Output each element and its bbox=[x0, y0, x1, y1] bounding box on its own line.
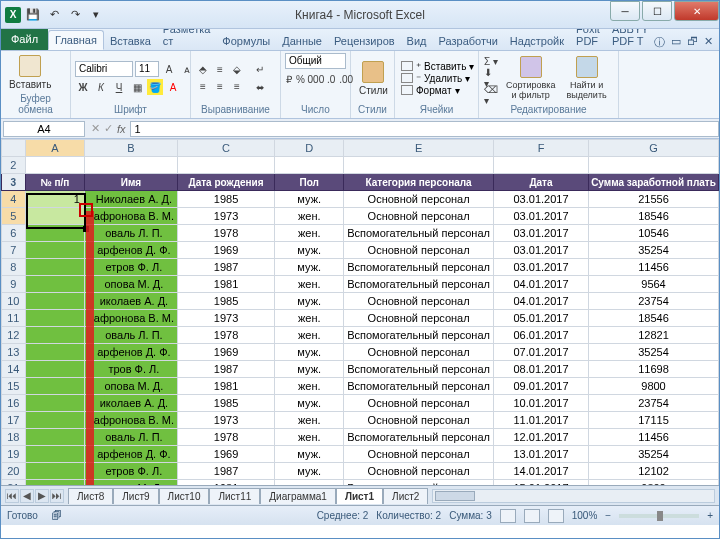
tab-home[interactable]: Главная bbox=[48, 30, 104, 50]
formula-input[interactable]: 1 bbox=[130, 121, 719, 137]
tab-file[interactable]: Файл bbox=[1, 28, 48, 50]
cell[interactable] bbox=[25, 480, 84, 486]
cell[interactable]: 35254 bbox=[589, 344, 719, 361]
cell[interactable] bbox=[25, 412, 84, 429]
underline-button[interactable]: Ч bbox=[111, 79, 127, 95]
cell[interactable]: етров Ф. Л. bbox=[84, 259, 177, 276]
sheet-tab[interactable]: Лист1 bbox=[336, 488, 383, 504]
cell[interactable]: 9564 bbox=[589, 276, 719, 293]
styles-button[interactable]: Стили bbox=[355, 59, 392, 98]
row-header[interactable]: 17 bbox=[2, 412, 26, 429]
cell[interactable]: жен. bbox=[275, 208, 344, 225]
table-header[interactable]: Пол bbox=[275, 174, 344, 191]
cell[interactable]: 18546 bbox=[589, 208, 719, 225]
qat-redo[interactable]: ↷ bbox=[66, 6, 84, 24]
comma-button[interactable]: 000 bbox=[308, 71, 324, 87]
cell[interactable]: 1973 bbox=[177, 310, 274, 327]
cell[interactable]: 11456 bbox=[589, 429, 719, 446]
align-center[interactable]: ≡ bbox=[212, 79, 228, 95]
sheet-tab[interactable]: Лист2 bbox=[383, 488, 428, 504]
tab-insert[interactable]: Вставка bbox=[104, 32, 157, 50]
tab-view[interactable]: Вид bbox=[401, 32, 433, 50]
row-header[interactable]: 15 bbox=[2, 378, 26, 395]
cell[interactable] bbox=[25, 242, 84, 259]
cell[interactable]: 1 bbox=[25, 191, 84, 208]
border-button[interactable]: ▦ bbox=[129, 79, 145, 95]
row-header[interactable]: 16 bbox=[2, 395, 26, 412]
cell[interactable]: Вспомогательный персонал bbox=[344, 429, 494, 446]
cell[interactable]: 9800 bbox=[589, 378, 719, 395]
cell[interactable]: 13.01.2017 bbox=[494, 446, 589, 463]
restore-wb-icon[interactable]: 🗗 bbox=[687, 35, 698, 50]
percent-button[interactable]: % bbox=[295, 71, 306, 87]
italic-button[interactable]: К bbox=[93, 79, 109, 95]
sheet-tab[interactable]: Лист10 bbox=[159, 488, 210, 504]
cell[interactable]: жен. bbox=[275, 276, 344, 293]
close-button[interactable]: ✕ bbox=[674, 1, 719, 21]
cell[interactable]: Вспомогательный персонал bbox=[344, 327, 494, 344]
align-right[interactable]: ≡ bbox=[229, 79, 245, 95]
tab-review[interactable]: Рецензиров bbox=[328, 32, 401, 50]
format-cells[interactable]: Формат ▾ bbox=[399, 85, 476, 96]
cell[interactable]: Основной персонал bbox=[344, 310, 494, 327]
inc-dec[interactable]: .0 bbox=[326, 71, 336, 87]
cell[interactable]: 9800 bbox=[589, 480, 719, 486]
tab-addins[interactable]: Надстройк bbox=[504, 32, 570, 50]
delete-cells[interactable]: ⁻ Удалить ▾ bbox=[399, 73, 476, 84]
cell[interactable]: етров Ф. Л. bbox=[84, 463, 177, 480]
cell[interactable] bbox=[25, 310, 84, 327]
cell[interactable] bbox=[25, 208, 84, 225]
cell[interactable]: 1978 bbox=[177, 327, 274, 344]
fill-color-button[interactable]: 🪣 bbox=[147, 79, 163, 95]
cell[interactable]: жен. bbox=[275, 480, 344, 486]
cell[interactable]: иколаев А. Д. bbox=[84, 395, 177, 412]
cell[interactable]: 03.01.2017 bbox=[494, 191, 589, 208]
zoom-level[interactable]: 100% bbox=[572, 510, 598, 521]
row-header[interactable]: 18 bbox=[2, 429, 26, 446]
worksheet[interactable]: A B C D E F G 2 3 № п/п Имя Дата рождени… bbox=[1, 139, 719, 485]
cell[interactable]: иколаев А. Д. bbox=[84, 293, 177, 310]
cell[interactable]: 11456 bbox=[589, 259, 719, 276]
qat-save[interactable]: 💾 bbox=[24, 6, 42, 24]
cell[interactable]: Основной персонал bbox=[344, 208, 494, 225]
cell[interactable] bbox=[25, 395, 84, 412]
align-bot[interactable]: ⬙ bbox=[229, 62, 245, 78]
col-header-e[interactable]: E bbox=[344, 140, 494, 157]
cell[interactable]: опова М. Д. bbox=[84, 480, 177, 486]
col-header-c[interactable]: C bbox=[177, 140, 274, 157]
cell[interactable]: 1969 bbox=[177, 242, 274, 259]
cell[interactable]: 1981 bbox=[177, 480, 274, 486]
cell[interactable]: 18546 bbox=[589, 310, 719, 327]
table-header[interactable]: № п/п bbox=[25, 174, 84, 191]
clear-button[interactable]: ⌫ ▾ bbox=[483, 87, 499, 103]
cell[interactable]: 35254 bbox=[589, 446, 719, 463]
cell[interactable]: 07.01.2017 bbox=[494, 344, 589, 361]
cell[interactable]: 1985 bbox=[177, 395, 274, 412]
font-color-button[interactable]: A bbox=[165, 79, 181, 95]
cell[interactable]: 08.01.2017 bbox=[494, 361, 589, 378]
cell[interactable]: муж. bbox=[275, 191, 344, 208]
cell[interactable]: 15.01.2017 bbox=[494, 480, 589, 486]
cell[interactable]: 05.01.2017 bbox=[494, 310, 589, 327]
grow-font[interactable]: A bbox=[161, 61, 177, 77]
tab-formulas[interactable]: Формулы bbox=[216, 32, 276, 50]
cell[interactable]: 03.01.2017 bbox=[494, 225, 589, 242]
name-box[interactable]: A4 bbox=[3, 121, 85, 137]
bold-button[interactable]: Ж bbox=[75, 79, 91, 95]
row-header[interactable]: 3 bbox=[2, 174, 26, 191]
cell[interactable]: опова М. Д. bbox=[84, 378, 177, 395]
cell[interactable]: 17115 bbox=[589, 412, 719, 429]
cell[interactable]: 1969 bbox=[177, 344, 274, 361]
row-header[interactable]: 20 bbox=[2, 463, 26, 480]
cell[interactable]: оваль Л. П. bbox=[84, 327, 177, 344]
cell[interactable]: тров Ф. Л. bbox=[84, 361, 177, 378]
cell[interactable]: 1978 bbox=[177, 429, 274, 446]
cell[interactable]: 1969 bbox=[177, 446, 274, 463]
cell[interactable]: Вспомогательный персонал bbox=[344, 276, 494, 293]
sheet-tab[interactable]: Диаграмма1 bbox=[260, 488, 336, 504]
cell[interactable]: оваль Л. П. bbox=[84, 225, 177, 242]
cell[interactable] bbox=[25, 344, 84, 361]
cell[interactable]: Вспомогательный персонал bbox=[344, 259, 494, 276]
row-header[interactable]: 4 bbox=[2, 191, 26, 208]
cell[interactable] bbox=[25, 293, 84, 310]
